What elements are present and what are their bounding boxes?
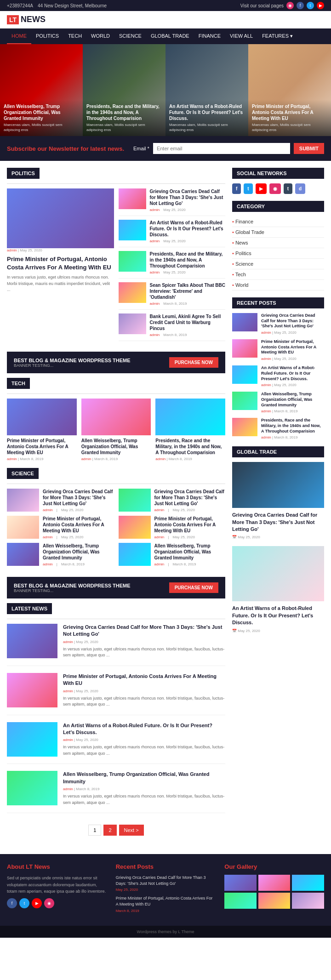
youtube-button[interactable]: ▶ [256, 183, 267, 194]
nav-world[interactable]: WORLD [86, 28, 114, 43]
tech-title-3[interactable]: Presidents, Race and the Military, in th… [155, 438, 225, 456]
politics-featured-image[interactable] [7, 188, 114, 248]
gallery-item-5[interactable] [258, 893, 291, 909]
tumblr-button[interactable]: t [284, 183, 292, 194]
tech-image-1[interactable] [7, 399, 77, 435]
rp-thumbnail-1[interactable] [232, 313, 257, 331]
artist-title[interactable]: An Artist Warns of a Robot-Ruled Future.… [232, 605, 324, 626]
gallery-item-3[interactable] [292, 875, 324, 891]
footer-instagram-button[interactable]: ◉ [44, 898, 54, 908]
rp-title-3[interactable]: An Artist Warns of a Robot-Ruled Future.… [261, 365, 324, 382]
latest-thumbnail-1[interactable] [7, 624, 57, 658]
nav-politics[interactable]: POLITICS [31, 28, 63, 43]
article-title[interactable]: Grieving Orca Carries Dead Calf for More… [150, 188, 226, 206]
tech-title-2[interactable]: Allen Weisselberg, Trump Organization Of… [81, 438, 151, 456]
category-finance[interactable]: Finance [232, 219, 253, 224]
article-thumbnail[interactable] [119, 251, 146, 272]
facebook-icon[interactable]: f [297, 2, 304, 9]
rp-title-4[interactable]: Allen Weisselberg, Trump Organization Of… [261, 392, 324, 408]
rp-title-5[interactable]: Presidents, Race and the Military, in th… [261, 418, 324, 434]
category-science[interactable]: Science [232, 261, 253, 267]
science-thumbnail-6[interactable] [119, 543, 151, 566]
footer-facebook-button[interactable]: f [7, 898, 17, 908]
footer-recent-post-title-2[interactable]: Prime Minister of Portugal, Antonio Cost… [116, 895, 216, 907]
article-title[interactable]: Bank Leumi, Akinli Agree To Sell Credit … [150, 313, 226, 331]
tech-image-2[interactable] [81, 399, 151, 435]
science-thumbnail-2[interactable] [7, 516, 39, 539]
article-title[interactable]: An Artist Warns of a Robot-Ruled Future.… [150, 220, 226, 238]
nav-global-trade[interactable]: GLOBAL TRADE [146, 28, 194, 43]
nav-tech[interactable]: TECH [63, 28, 86, 43]
rp-thumbnail-4[interactable] [232, 392, 257, 410]
science-title-3[interactable]: Allen Weisselberg, Trump Organization Of… [43, 543, 114, 561]
article-thumbnail[interactable] [119, 282, 146, 303]
page-next-button[interactable]: Next > [119, 825, 144, 836]
page-1-button[interactable]: 1 [88, 825, 101, 836]
hero-item-2[interactable]: Presidents, Race and the Military, in th… [83, 44, 166, 136]
article-title[interactable]: Sean Spicer Talks About That BBC Intervi… [150, 282, 226, 300]
global-trade-article-title[interactable]: Grieving Orca Carries Dead Calf for More… [232, 512, 324, 533]
category-news[interactable]: News [232, 240, 248, 245]
latest-thumbnail-4[interactable] [7, 771, 57, 805]
category-global-trade[interactable]: Global Trade [232, 229, 264, 235]
politics-featured-title[interactable]: Prime Minister of Portugal, Antonio Cost… [7, 255, 114, 272]
gallery-item-4[interactable] [224, 893, 257, 909]
category-politics[interactable]: Politics [232, 251, 251, 256]
ad-banner-purchase-button[interactable]: PURCHASE NOW [169, 357, 218, 368]
gallery-item-2[interactable] [258, 875, 291, 891]
footer-youtube-button[interactable]: ▶ [32, 898, 42, 908]
latest-title-4[interactable]: Allen Weisselberg, Trump Organization Of… [63, 771, 225, 785]
artist-image[interactable] [232, 546, 324, 601]
twitter-button[interactable]: t [244, 183, 252, 194]
nav-features[interactable]: FEATURES ▾ [257, 28, 297, 44]
article-title[interactable]: Presidents, Race and the Military, in th… [150, 251, 226, 269]
global-trade-image[interactable] [232, 462, 324, 508]
article-thumbnail[interactable] [119, 313, 146, 334]
latest-thumbnail-2[interactable] [7, 673, 57, 707]
rp-thumbnail-5[interactable] [232, 418, 257, 436]
hero-item-3[interactable]: An Artist Warns of a Robot-Ruled Future.… [166, 44, 248, 136]
tech-image-3[interactable] [155, 399, 225, 435]
science-title-4[interactable]: Grieving Orca Carries Dead Calf for More… [154, 489, 226, 507]
page-current-button[interactable]: 2 [103, 825, 116, 836]
rp-thumbnail-2[interactable] [232, 339, 257, 358]
science-title-1[interactable]: Grieving Orca Carries Dead Calf for More… [43, 489, 114, 507]
hero-item-4[interactable]: Prime Minister of Portugal, Antonio Cost… [248, 44, 331, 136]
logo[interactable]: LT NEWS [7, 15, 46, 24]
ad-banner-2-purchase-button[interactable]: PURCHASE NOW [169, 582, 218, 593]
latest-title-3[interactable]: An Artist Warns of a Robot-Ruled Future.… [63, 722, 225, 736]
article-thumbnail[interactable] [119, 220, 146, 240]
category-tech[interactable]: Tech [232, 272, 246, 277]
newsletter-email-input[interactable] [153, 143, 290, 154]
nav-science[interactable]: SCIENCE [114, 28, 146, 43]
footer-recent-post-title-1[interactable]: Grieving Orca Carries Dead Calf for More… [116, 875, 216, 886]
science-title-5[interactable]: Prime Minister of Portugal, Antonio Cost… [154, 516, 226, 534]
instagram-icon[interactable]: ◉ [286, 2, 294, 9]
gallery-item-1[interactable] [224, 875, 257, 891]
science-title-2[interactable]: Prime Minister of Portugal, Antonio Cost… [43, 516, 114, 534]
latest-title-2[interactable]: Prime Minister of Portugal, Antonio Cost… [63, 673, 225, 687]
rp-title-1[interactable]: Grieving Orca Carries Dead Calf for More… [261, 313, 324, 329]
youtube-icon[interactable]: ▶ [317, 2, 324, 9]
footer-twitter-button[interactable]: t [19, 898, 29, 908]
nav-view-all[interactable]: VIEW ALL [225, 28, 257, 43]
facebook-button[interactable]: f [232, 183, 241, 194]
gallery-item-6[interactable] [292, 893, 324, 909]
newsletter-submit-button[interactable]: SUBMIT [294, 143, 324, 154]
tech-title-1[interactable]: Prime Minister of Portugal, Antonio Cost… [7, 438, 77, 456]
science-thumbnail-1[interactable] [7, 489, 39, 512]
hero-item-1[interactable]: Allen Weisselberg, Trump Organization Of… [0, 44, 83, 136]
article-thumbnail[interactable] [119, 188, 146, 209]
science-title-6[interactable]: Allen Weisselberg, Trump Organization Of… [154, 543, 226, 561]
latest-thumbnail-3[interactable] [7, 722, 57, 757]
instagram-button[interactable]: ◉ [269, 183, 281, 194]
science-thumbnail-4[interactable] [119, 489, 151, 512]
science-thumbnail-5[interactable] [119, 516, 151, 539]
category-world[interactable]: World [232, 282, 248, 288]
science-thumbnail-3[interactable] [7, 543, 39, 566]
twitter-icon[interactable]: t [307, 2, 314, 9]
rp-title-2[interactable]: Prime Minister of Portugal, Antonio Cost… [261, 339, 324, 355]
rp-thumbnail-3[interactable] [232, 365, 257, 384]
latest-title-1[interactable]: Grieving Orca Carries Dead Calf for More… [63, 624, 225, 638]
discord-button[interactable]: d [295, 183, 305, 194]
